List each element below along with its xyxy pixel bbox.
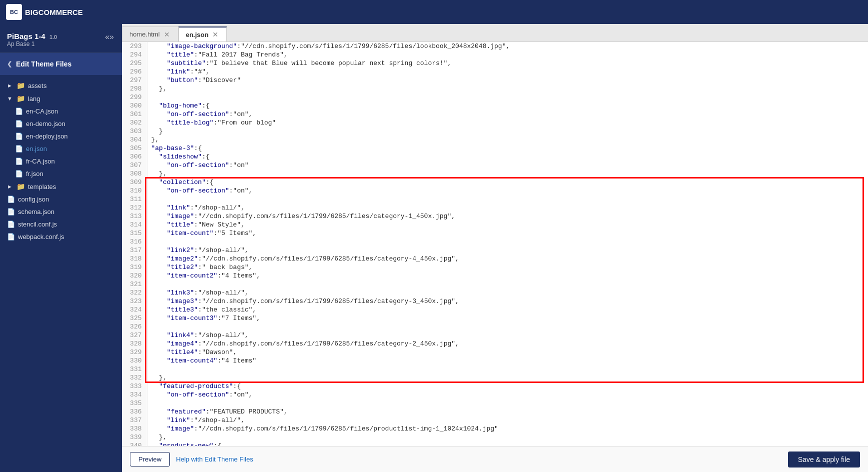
- code-line: 296 "link":"#",: [122, 68, 868, 76]
- line-content: "blog-home":{: [147, 102, 868, 110]
- line-number: 323: [122, 297, 147, 306]
- line-content: "image3":"//cdn.shopify.com/s/files/1/17…: [147, 297, 868, 306]
- sidebar-item-label: en-CA.json: [26, 108, 58, 115]
- line-content: [147, 195, 868, 204]
- tab-home-html[interactable]: home.html ✕: [122, 26, 178, 42]
- line-content: [147, 322, 868, 331]
- line-content: [147, 280, 868, 288]
- sidebar-item-en-ca-json[interactable]: 📄 en-CA.json: [0, 105, 122, 118]
- code-editor[interactable]: 293 "image-background":"//cdn.shopify.co…: [122, 42, 868, 446]
- main-layout: «» PiBags 1-4 1.0 Ap Base 1 ❮ Edit Theme…: [0, 24, 868, 472]
- line-number: 335: [122, 399, 147, 408]
- edit-theme-files-section[interactable]: ❮ Edit Theme Files: [0, 53, 122, 75]
- file-icon: 📄: [7, 233, 15, 240]
- code-line: 313 "image":"//cdn.shopify.com/s/files/1…: [122, 212, 868, 220]
- logo-area: BC BIGCOMMERCE: [6, 4, 83, 20]
- line-number: 339: [122, 433, 147, 442]
- sidebar-item-fr-ca-json[interactable]: 📄 fr-CA.json: [0, 155, 122, 168]
- code-line: 316: [122, 238, 868, 246]
- top-bar: BC BIGCOMMERCE: [0, 0, 868, 24]
- file-tree: ► 📁 assets ▼ 📁 lang 📄 en-CA.json 📄 en-de…: [0, 75, 122, 472]
- line-number: 331: [122, 365, 147, 374]
- code-line: 321: [122, 280, 868, 288]
- sidebar-item-webpack-conf-js[interactable]: 📄 webpack.conf.js: [0, 230, 122, 243]
- code-line: 294 "title":"Fall 2017 Bag Trends",: [122, 50, 868, 59]
- sidebar-collapse-button[interactable]: «»: [104, 32, 115, 42]
- sidebar-item-label: fr.json: [26, 170, 43, 178]
- line-content: "on-off-section":"on",: [147, 110, 868, 118]
- line-content: [147, 238, 868, 246]
- code-table: 293 "image-background":"//cdn.shopify.co…: [122, 42, 868, 446]
- expand-icon: ▼: [7, 96, 12, 102]
- sidebar-item-label: templates: [28, 183, 56, 190]
- code-line: 311: [122, 195, 868, 204]
- folder-icon: 📁: [16, 94, 25, 102]
- code-line: 338 "image":"//cdn.shopify.com/s/files/1…: [122, 424, 868, 433]
- code-line: 334 "on-off-section":"on",: [122, 390, 868, 399]
- code-line: 293 "image-background":"//cdn.shopify.co…: [122, 42, 868, 50]
- code-line: 337 "link":"/shop-all/",: [122, 416, 868, 424]
- sidebar-item-en-demo-json[interactable]: 📄 en-demo.json: [0, 118, 122, 130]
- sidebar-item-schema-json[interactable]: 📄 schema.json: [0, 206, 122, 218]
- line-content: "link":"#",: [147, 68, 868, 76]
- line-content: [147, 399, 868, 408]
- line-number: 307: [122, 161, 147, 170]
- save-apply-button[interactable]: Save & apply file: [788, 452, 860, 468]
- sidebar-item-label: fr-CA.json: [26, 158, 55, 165]
- line-content: },: [147, 374, 868, 382]
- sidebar-item-label: schema.json: [18, 208, 54, 216]
- line-number: 336: [122, 408, 147, 416]
- sidebar-item-config-json[interactable]: 📄 config.json: [0, 193, 122, 206]
- line-content: "featured-products":{: [147, 382, 868, 390]
- code-line: 298 },: [122, 84, 868, 93]
- line-number: 294: [122, 50, 147, 59]
- line-number: 319: [122, 263, 147, 272]
- sidebar-item-assets[interactable]: ► 📁 assets: [0, 79, 122, 92]
- sidebar-item-fr-json[interactable]: 📄 fr.json: [0, 168, 122, 180]
- help-link[interactable]: Help with Edit Theme Files: [176, 456, 253, 463]
- line-content: "products-new":{: [147, 442, 868, 446]
- line-number: 315: [122, 229, 147, 238]
- line-content: "on-off-section":"on",: [147, 390, 868, 399]
- line-content: "ap-base-3":{: [147, 144, 868, 152]
- tab-close-button[interactable]: ✕: [211, 31, 219, 38]
- code-line: 305"ap-base-3":{: [122, 144, 868, 152]
- code-line: 327 "link4":"/shop-all/",: [122, 331, 868, 340]
- code-line: 309 "collection":{: [122, 178, 868, 186]
- line-number: 316: [122, 238, 147, 246]
- code-line: 323 "image3":"//cdn.shopify.com/s/files/…: [122, 297, 868, 306]
- line-number: 325: [122, 314, 147, 322]
- tab-en-json[interactable]: en.json ✕: [178, 26, 227, 42]
- line-number: 299: [122, 93, 147, 102]
- line-number: 329: [122, 348, 147, 356]
- sidebar-item-templates[interactable]: ► 📁 templates: [0, 180, 122, 193]
- line-number: 333: [122, 382, 147, 390]
- sidebar-item-label: stencil.conf.js: [18, 220, 57, 228]
- bigcommerce-logo: BC: [6, 4, 22, 20]
- content-area: home.html ✕ en.json ✕ 293 "image-backgro…: [122, 24, 868, 472]
- edit-theme-label: Edit Theme Files: [16, 60, 71, 68]
- line-content: "item-count4":"4 Items": [147, 356, 868, 365]
- line-content: "image-background":"//cdn.shopify.com/s/…: [147, 42, 868, 50]
- expand-icon: ►: [7, 184, 12, 190]
- code-line: 299: [122, 93, 868, 102]
- line-content: "slideshow":{: [147, 152, 868, 161]
- code-line: 307 "on-off-section":"on": [122, 161, 868, 170]
- tab-close-button[interactable]: ✕: [163, 31, 171, 38]
- line-content: "title4":"Dawson",: [147, 348, 868, 356]
- code-line: 335: [122, 399, 868, 408]
- line-content: "link4":"/shop-all/",: [147, 331, 868, 340]
- sidebar-item-en-deploy-json[interactable]: 📄 en-deploy.json: [0, 130, 122, 142]
- sidebar-item-stencil-conf-js[interactable]: 📄 stencil.conf.js: [0, 218, 122, 230]
- code-line: 303 }: [122, 127, 868, 136]
- preview-button[interactable]: Preview: [130, 452, 170, 466]
- sidebar-item-en-json[interactable]: 📄 en.json: [0, 142, 122, 155]
- app-title: BIGCOMMERCE: [25, 8, 83, 16]
- line-content: "item-count":"5 Items",: [147, 229, 868, 238]
- line-number: 308: [122, 170, 147, 178]
- sidebar-item-lang[interactable]: ▼ 📁 lang: [0, 92, 122, 105]
- line-number: 337: [122, 416, 147, 424]
- code-line: 297 "button":"Discover": [122, 76, 868, 84]
- code-line: 329 "title4":"Dawson",: [122, 348, 868, 356]
- sidebar-item-label: en.json: [26, 145, 47, 152]
